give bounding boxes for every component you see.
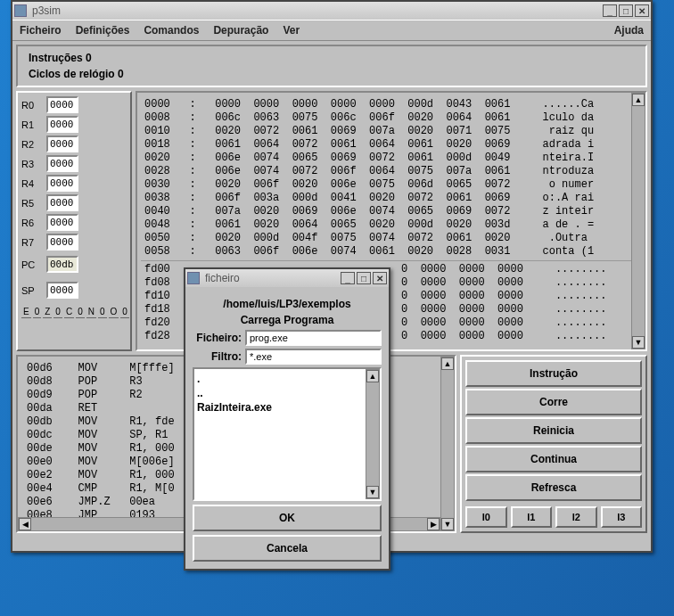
status-instructions: Instruções 0 <box>21 50 642 66</box>
reg-sp[interactable]: 0000 <box>46 282 78 299</box>
restart-button[interactable]: Reinicia <box>465 417 642 444</box>
file-dialog: ficheiro _ □ ✕ /home/luis/LP3/exemplos C… <box>184 267 390 571</box>
dialog-close-button[interactable]: ✕ <box>373 272 387 284</box>
main-title: p3sim <box>32 4 601 17</box>
menu-ver[interactable]: Ver <box>283 24 300 37</box>
continue-button[interactable]: Continua <box>465 446 642 472</box>
reg-r6[interactable]: 0000 <box>46 214 78 231</box>
scroll-up-icon[interactable]: ▲ <box>632 94 645 106</box>
cancel-button[interactable]: Cancela <box>193 535 382 562</box>
dialog-path: /home/luis/LP3/exemplos <box>193 298 382 310</box>
reg-r5[interactable]: 0000 <box>46 194 78 211</box>
interrupt-1-button[interactable]: I1 <box>511 506 553 528</box>
reg-r1[interactable]: 0000 <box>46 116 78 133</box>
filter-label: Filtro: <box>193 350 242 363</box>
file-list[interactable]: . .. RaizInteira.exe ▲▼ <box>193 367 382 501</box>
file-input[interactable]: prog.exe <box>245 330 382 346</box>
file-label: Ficheiro: <box>193 332 242 344</box>
reg-r3[interactable]: 0000 <box>46 155 78 172</box>
list-item[interactable]: . <box>197 372 377 386</box>
reg-pc[interactable]: 00db <box>46 256 78 273</box>
close-button[interactable]: ✕ <box>635 4 649 17</box>
step-button[interactable]: Instrução <box>465 360 642 387</box>
dialog-maximize-button[interactable]: □ <box>357 272 371 284</box>
reg-r2[interactable]: 0000 <box>46 136 78 152</box>
flags-row: E0 Z0 C0 N0 O0 <box>21 306 127 318</box>
filter-input[interactable]: *.exe <box>245 349 382 365</box>
filelist-scrollbar[interactable]: ▲▼ <box>366 369 380 499</box>
ok-button[interactable]: OK <box>193 505 382 531</box>
reg-r7[interactable]: 0000 <box>46 234 78 251</box>
interrupt-2-button[interactable]: I2 <box>555 506 597 528</box>
run-button[interactable]: Corre <box>465 389 642 415</box>
dialog-caption: Carrega Programa <box>193 314 382 326</box>
menubar: Ficheiro Definições Comandos Depuração V… <box>12 20 651 41</box>
reg-r0[interactable]: 0000 <box>46 96 78 113</box>
menu-depuracao[interactable]: Depuração <box>213 24 268 37</box>
dialog-icon <box>187 272 200 284</box>
menu-definicoes[interactable]: Definições <box>76 24 130 37</box>
menu-comandos[interactable]: Comandos <box>144 24 199 37</box>
scroll-down-icon[interactable]: ▼ <box>632 336 645 349</box>
dialog-titlebar[interactable]: ficheiro _ □ ✕ <box>185 269 389 287</box>
control-panel: Instrução Corre Reinicia Continua Refres… <box>460 355 647 533</box>
interrupt-0-button[interactable]: I0 <box>465 506 507 528</box>
refresh-button[interactable]: Refresca <box>465 474 642 501</box>
main-titlebar[interactable]: p3sim _ □ ✕ <box>12 2 651 20</box>
list-item[interactable]: .. <box>197 386 377 400</box>
app-icon <box>14 4 27 17</box>
menu-ajuda[interactable]: Ajuda <box>614 24 644 37</box>
memory-scrollbar-v[interactable]: ▲ ▼ <box>631 93 645 349</box>
list-item[interactable]: RaizInteira.exe <box>197 400 377 415</box>
dialog-minimize-button[interactable]: _ <box>341 272 355 284</box>
menu-ficheiro[interactable]: Ficheiro <box>20 24 62 37</box>
maximize-button[interactable]: □ <box>619 4 633 17</box>
interrupt-3-button[interactable]: I3 <box>601 506 643 528</box>
status-cycles: Ciclos de relógio 0 <box>21 66 642 82</box>
registers-panel: R00000 R10000 R20000 R30000 R40000 R5000… <box>16 91 132 351</box>
minimize-button[interactable]: _ <box>603 4 617 17</box>
reg-r4[interactable]: 0000 <box>46 175 78 192</box>
dialog-title: ficheiro <box>205 272 339 284</box>
disasm-scrollbar-v[interactable]: ▲▼ <box>440 357 455 531</box>
